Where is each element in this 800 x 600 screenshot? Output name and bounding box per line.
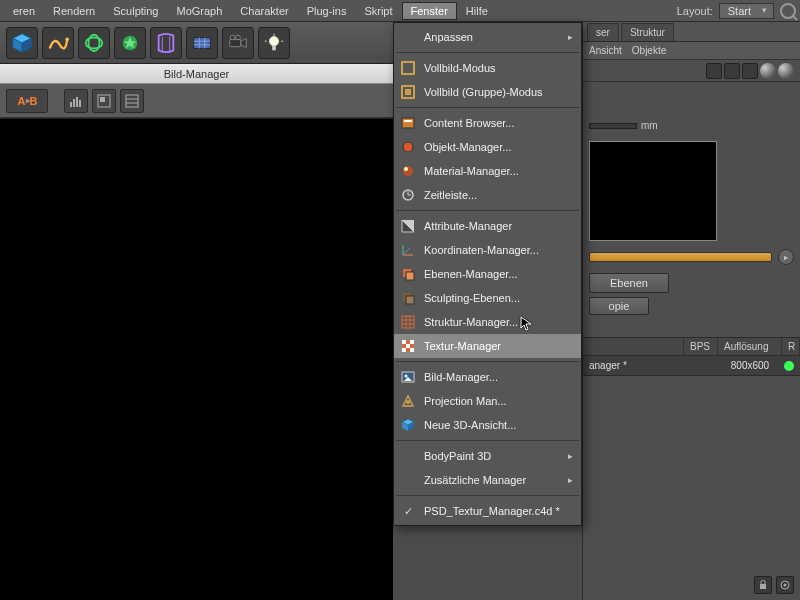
svg-rect-39 [404,120,412,122]
menu-item-hilfe[interactable]: Hilfe [457,2,497,20]
menu-item-skript[interactable]: Skript [355,2,401,20]
search-icon[interactable] [780,3,796,19]
blank-icon: ✓ [400,503,416,519]
col-r[interactable]: R [782,338,800,355]
size-input[interactable] [589,123,637,129]
menu-item-label: Vollbild (Gruppe)-Modus [424,86,543,98]
menu-item-psd-textur-manager-c4d[interactable]: ✓PSD_Textur_Manager.c4d * [394,499,581,523]
ab-compare-icon[interactable]: A▸B [6,89,48,113]
menu-item-rendern[interactable]: Rendern [44,2,104,20]
col-resolution[interactable]: Auflösung [718,338,782,355]
menu-item-content-browser[interactable]: Content Browser... [394,111,581,135]
tab-ser[interactable]: ser [587,23,619,41]
svg-rect-54 [406,296,414,304]
camera-icon[interactable] [222,27,254,59]
menu-item-sculpting[interactable]: Sculpting [104,2,167,20]
layout-dropdown[interactable]: Start [719,3,774,19]
menu-item-ebenen-manager[interactable]: Ebenen-Manager... [394,262,581,286]
menu-item-struktur-manager[interactable]: Struktur-Manager... [394,310,581,334]
svg-point-16 [230,35,235,40]
render-viewport[interactable] [0,118,393,600]
generator-icon[interactable] [114,27,146,59]
menu-item-label: Bild-Manager... [424,371,498,383]
menu-item-attribute-manager[interactable]: Attribute-Manager [394,214,581,238]
panel-expand-icon[interactable] [724,63,740,79]
histogram-icon[interactable] [64,89,88,113]
panel-menu-icon[interactable] [706,63,722,79]
attribute-icon [400,218,416,234]
menu-item-charakter[interactable]: Charakter [231,2,297,20]
menu-item[interactable]: eren [4,2,44,20]
svg-rect-29 [126,95,138,107]
right-panel: ser Struktur Ansicht Objekte mm ▸ Ebenen… [582,22,800,600]
menu-item-label: Struktur-Manager... [424,316,518,328]
svg-rect-61 [402,340,406,344]
menu-separator [396,361,579,362]
nurbs-icon[interactable] [78,27,110,59]
tab-struktur[interactable]: Struktur [621,23,674,41]
navigator-icon[interactable] [92,89,116,113]
menu-item-fenster[interactable]: Fenster [402,2,457,20]
timeline-icon [400,187,416,203]
material-icon [400,163,416,179]
fullscreen-icon [400,60,416,76]
menu-separator [396,440,579,441]
settings-icon[interactable] [776,576,794,594]
menu-item-bild-manager[interactable]: Bild-Manager... [394,365,581,389]
light-icon[interactable] [258,27,290,59]
bild-manager-toolbar: A▸B [0,84,393,118]
menu-item-objekt-manager[interactable]: Objekt-Manager... [394,135,581,159]
chevron-right-icon: ▸ [568,475,573,485]
deformer-icon[interactable] [150,27,182,59]
svg-point-40 [403,142,413,152]
opie-button[interactable]: opie [589,297,649,315]
filter-icon[interactable] [120,89,144,113]
menu-item-zus-tzliche-manager[interactable]: Zusätzliche Manager▸ [394,468,581,492]
proj-icon [400,393,416,409]
svg-rect-24 [73,99,75,107]
menu-item-projection-man[interactable]: Projection Man... [394,389,581,413]
texture-icon [400,338,416,354]
menu-item-mograph[interactable]: MoGraph [168,2,232,20]
menu-item-label: BodyPaint 3D [424,450,491,462]
menu-item-plugins[interactable]: Plug-ins [298,2,356,20]
menu-item-material-manager[interactable]: Material-Manager... [394,159,581,183]
menu-item-anpassen[interactable]: Anpassen▸ [394,25,581,49]
blank-icon [400,29,416,45]
material-sphere-icon[interactable] [760,63,776,79]
material-preview[interactable] [589,141,717,241]
menu-item-neue-3d-ansicht[interactable]: Neue 3D-Ansicht... [394,413,581,437]
sculpt-icon [400,290,416,306]
menu-item-zeitleiste[interactable]: Zeitleiste... [394,183,581,207]
menu-item-sculpting-ebenen[interactable]: Sculpting-Ebenen... [394,286,581,310]
menu-item-label: Material-Manager... [424,165,519,177]
lock-icon[interactable] [754,576,772,594]
cube-primitive-icon[interactable] [6,27,38,59]
subtab-objekte[interactable]: Objekte [632,45,666,56]
menu-item-vollbild-modus[interactable]: Vollbild-Modus [394,56,581,80]
color-slider[interactable] [589,252,772,262]
slider-stepper[interactable]: ▸ [778,249,794,265]
svg-point-17 [236,35,241,40]
svg-line-50 [403,248,410,255]
texture-name: anager * [589,360,720,371]
spline-icon[interactable] [42,27,74,59]
panel-dock-icon[interactable] [742,63,758,79]
menu-item-vollbild-gruppe-modus[interactable]: Vollbild (Gruppe)-Modus [394,80,581,104]
col-bps[interactable]: BPS [684,338,718,355]
menu-item-textur-manager[interactable]: Textur-Manager [394,334,581,358]
menu-item-koordinaten-manager[interactable]: Koordinaten-Manager... [394,238,581,262]
menu-item-label: Objekt-Manager... [424,141,511,153]
material-sphere-icon-2[interactable] [778,63,794,79]
right-subtabs: Ansicht Objekte [583,42,800,60]
svg-point-70 [406,400,410,404]
svg-rect-65 [410,348,414,352]
menu-item-label: Sculpting-Ebenen... [424,292,520,304]
ebenen-button[interactable]: Ebenen [589,273,669,293]
subtab-ansicht[interactable]: Ansicht [589,45,622,56]
texture-resolution: 800x600 [720,360,780,371]
svg-rect-63 [406,344,410,348]
menu-item-bodypaint-3d[interactable]: BodyPaint 3D▸ [394,444,581,468]
floor-icon[interactable] [186,27,218,59]
texture-row[interactable]: anager * 800x600 [583,356,800,376]
